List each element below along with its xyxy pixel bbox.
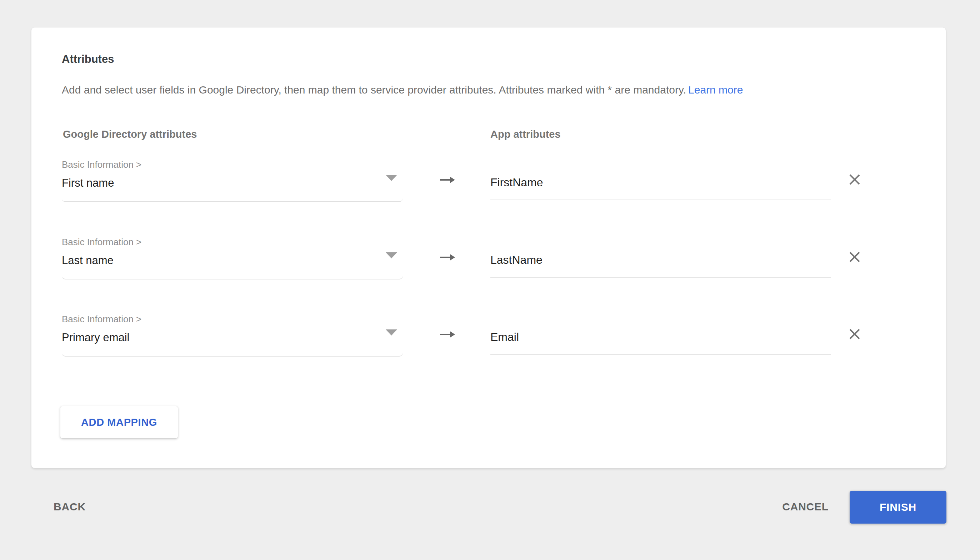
google-attribute-value: Last name	[62, 253, 403, 268]
attributes-card: Attributes Add and select user fields in…	[31, 27, 946, 468]
caret-down-icon	[386, 330, 397, 335]
caret-down-icon	[386, 175, 397, 181]
attribute-category-label: Basic Information >	[62, 158, 403, 171]
app-attribute-value: LastName	[490, 253, 543, 267]
app-attribute-value: Email	[490, 330, 519, 344]
google-attribute-select[interactable]: Basic Information > First name	[62, 155, 403, 202]
description: Add and select user fields in Google Dir…	[62, 83, 743, 97]
attribute-category-label: Basic Information >	[62, 236, 403, 248]
google-attribute-value: First name	[62, 176, 403, 191]
remove-mapping-button[interactable]	[847, 172, 863, 187]
mapping-row: Basic Information > Primary email Email	[32, 310, 946, 363]
app-attributes-header: App attributes	[490, 128, 561, 141]
close-icon	[848, 250, 861, 263]
page-title: Attributes	[62, 52, 114, 66]
google-attribute-select[interactable]: Basic Information > Last name	[62, 232, 403, 280]
close-icon	[848, 328, 861, 340]
attribute-category-label: Basic Information >	[62, 313, 403, 325]
cancel-button[interactable]: CANCEL	[782, 498, 828, 515]
caret-down-icon	[386, 252, 397, 258]
close-icon	[848, 173, 861, 186]
google-attribute-select[interactable]: Basic Information > Primary email	[62, 310, 403, 357]
description-text: Add and select user fields in Google Dir…	[62, 84, 686, 96]
finish-button[interactable]: FINISH	[850, 491, 947, 523]
mapping-row: Basic Information > First name FirstName	[32, 155, 946, 208]
app-attribute-input[interactable]: FirstName	[490, 166, 831, 200]
learn-more-link[interactable]: Learn more	[688, 84, 743, 96]
right-arrow-icon	[439, 330, 457, 340]
back-button[interactable]: BACK	[53, 498, 86, 515]
app-attribute-value: FirstName	[490, 176, 543, 189]
remove-mapping-button[interactable]	[847, 249, 863, 265]
right-arrow-icon	[439, 252, 457, 262]
mapping-row: Basic Information > Last name LastName	[32, 232, 946, 286]
google-directory-attributes-header: Google Directory attributes	[63, 128, 197, 141]
app-attribute-input[interactable]: LastName	[490, 243, 831, 278]
google-attribute-value: Primary email	[62, 330, 403, 345]
right-arrow-icon	[439, 175, 457, 185]
add-mapping-button[interactable]: ADD MAPPING	[60, 406, 178, 438]
remove-mapping-button[interactable]	[847, 326, 863, 342]
app-attribute-input[interactable]: Email	[490, 320, 831, 355]
